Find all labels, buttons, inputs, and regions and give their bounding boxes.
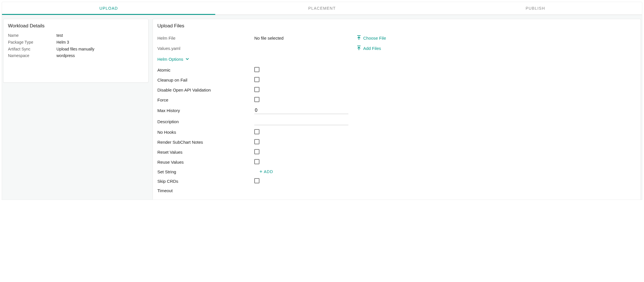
kv-row-name: Name test (8, 32, 144, 39)
helm-options-label: Helm Options (157, 57, 183, 62)
opt-label: Atomic (157, 68, 254, 72)
opt-cleanup-on-fail: Cleanup on Fail (153, 75, 641, 85)
kv-row-artifact-sync: Artifact Sync Upload files manually (8, 46, 144, 53)
checkbox-disable-open-api[interactable] (254, 87, 259, 92)
add-files-label: Add Files (363, 46, 381, 51)
workload-details-table: Name test Package Type Helm 3 Artifact S… (3, 32, 148, 64)
checkbox-skip-crds[interactable] (254, 178, 259, 183)
kv-value: wordpress (56, 52, 75, 59)
tab-publish[interactable]: PUBLISH (429, 2, 642, 15)
workload-details-card: Workload Details Name test Package Type … (3, 19, 149, 83)
checkbox-no-hooks[interactable] (254, 129, 259, 134)
description-input[interactable] (254, 118, 348, 125)
kv-value: Upload files manually (56, 46, 94, 53)
opt-label: Render SubChart Notes (157, 140, 254, 145)
opt-atomic: Atomic (153, 65, 641, 75)
checkbox-atomic[interactable] (254, 67, 259, 72)
plus-icon: + (259, 169, 263, 174)
upload-icon (357, 46, 361, 51)
helm-options-toggle[interactable]: Helm Options (153, 53, 194, 64)
helm-options-list: Atomic Cleanup on Fail Disable Open API … (153, 64, 641, 200)
opt-disable-open-api: Disable Open API Validation (153, 85, 641, 95)
row-values-yaml: Values.yaml Add Files (153, 43, 641, 53)
kv-key: Name (8, 32, 56, 39)
opt-label: Reset Values (157, 150, 254, 155)
helm-file-action: Choose File (357, 35, 636, 41)
page: UPLOAD PLACEMENT PUBLISH Workload Detail… (0, 0, 644, 202)
opt-reset-values: Reset Values (153, 147, 641, 157)
opt-label: No Hooks (157, 130, 254, 135)
opt-label: Skip CRDs (157, 179, 254, 184)
add-files-button[interactable]: Add Files (357, 46, 381, 51)
opt-label: Description (157, 119, 254, 124)
helm-file-label: Helm File (157, 36, 254, 40)
add-label: ADD (264, 169, 273, 174)
opt-label: Reuse Values (157, 160, 254, 165)
kv-key: Artifact Sync (8, 46, 56, 53)
tab-upload[interactable]: UPLOAD (2, 2, 215, 15)
choose-file-label: Choose File (363, 36, 386, 40)
chevron-down-icon (186, 57, 189, 62)
stepper-tabs: UPLOAD PLACEMENT PUBLISH (2, 2, 642, 15)
checkbox-force[interactable] (254, 97, 259, 102)
upload-files-card: Upload Files Helm File No file selected … (153, 19, 641, 200)
checkbox-reset-values[interactable] (254, 149, 259, 154)
upload-files-title: Upload Files (153, 19, 641, 32)
choose-file-button[interactable]: Choose File (357, 35, 386, 41)
opt-label: Max History (157, 108, 254, 113)
opt-no-hooks: No Hooks (153, 127, 641, 137)
upload-icon (357, 35, 361, 41)
checkbox-cleanup-on-fail[interactable] (254, 77, 259, 82)
checkbox-reuse-values[interactable] (254, 159, 259, 164)
opt-label: Timeout (157, 188, 254, 193)
workload-details-title: Workload Details (3, 19, 148, 32)
opt-description: Description (153, 116, 641, 127)
values-yaml-action: Add Files (357, 46, 636, 51)
opt-reuse-values: Reuse Values (153, 157, 641, 167)
helm-file-status: No file selected (254, 36, 357, 40)
kv-key: Package Type (8, 39, 56, 46)
checkbox-render-subchart[interactable] (254, 139, 259, 144)
opt-label: Force (157, 98, 254, 102)
opt-timeout: Timeout (153, 186, 641, 195)
opt-render-subchart: Render SubChart Notes (153, 137, 641, 147)
opt-set-string: Set String + ADD (153, 167, 641, 176)
row-helm-file: Helm File No file selected Choose File (153, 33, 641, 43)
values-yaml-label: Values.yaml (157, 46, 254, 51)
tab-placement[interactable]: PLACEMENT (215, 2, 428, 15)
opt-skip-crds: Skip CRDs (153, 176, 641, 186)
opt-label: Disable Open API Validation (157, 88, 254, 92)
kv-row-namespace: Namespace wordpress (8, 52, 144, 59)
max-history-input[interactable] (254, 107, 348, 114)
opt-max-history: Max History (153, 105, 641, 116)
opt-label: Cleanup on Fail (157, 78, 254, 82)
opt-force: Force (153, 95, 641, 105)
content: Workload Details Name test Package Type … (2, 15, 642, 200)
set-string-add-button[interactable]: + ADD (254, 169, 273, 174)
kv-key: Namespace (8, 52, 56, 59)
kv-value: test (56, 32, 63, 39)
kv-row-package-type: Package Type Helm 3 (8, 39, 144, 46)
kv-value: Helm 3 (56, 39, 69, 46)
opt-label: Set String (157, 169, 254, 174)
